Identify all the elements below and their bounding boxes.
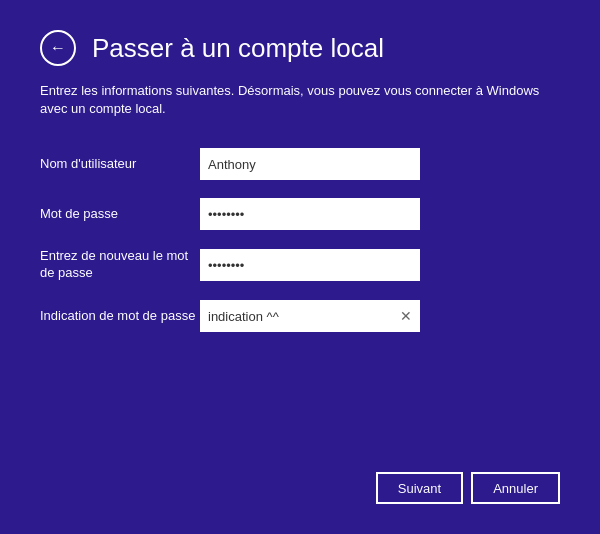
hint-input-wrapper: ✕ <box>200 300 420 332</box>
back-icon: ← <box>50 39 66 57</box>
cancel-button[interactable]: Annuler <box>471 472 560 504</box>
username-input-wrapper <box>200 148 420 180</box>
username-label: Nom d'utilisateur <box>40 156 200 173</box>
confirm-password-input[interactable] <box>200 249 420 281</box>
confirm-password-input-wrapper <box>200 249 420 281</box>
hint-clear-button[interactable]: ✕ <box>396 307 416 325</box>
page-header: ← Passer à un compte local <box>40 30 560 66</box>
confirm-password-label: Entrez de nouveau le mot de passe <box>40 248 200 282</box>
page-container: ← Passer à un compte local Entrez les in… <box>0 0 600 534</box>
clear-icon: ✕ <box>400 308 412 324</box>
back-button[interactable]: ← <box>40 30 76 66</box>
password-label: Mot de passe <box>40 206 200 223</box>
hint-input[interactable] <box>200 300 420 332</box>
username-row: Nom d'utilisateur <box>40 148 560 180</box>
password-input-wrapper <box>200 198 420 230</box>
password-row: Mot de passe <box>40 198 560 230</box>
buttons-row: Suivant Annuler <box>40 452 560 504</box>
next-button[interactable]: Suivant <box>376 472 463 504</box>
password-input[interactable] <box>200 198 420 230</box>
page-title: Passer à un compte local <box>92 33 384 64</box>
form-container: Nom d'utilisateur Mot de passe Entrez de… <box>40 148 560 452</box>
hint-label: Indication de mot de passe <box>40 308 200 325</box>
username-input[interactable] <box>200 148 420 180</box>
page-subtitle: Entrez les informations suivantes. Désor… <box>40 82 560 118</box>
hint-row: Indication de mot de passe ✕ <box>40 300 560 332</box>
confirm-password-row: Entrez de nouveau le mot de passe <box>40 248 560 282</box>
